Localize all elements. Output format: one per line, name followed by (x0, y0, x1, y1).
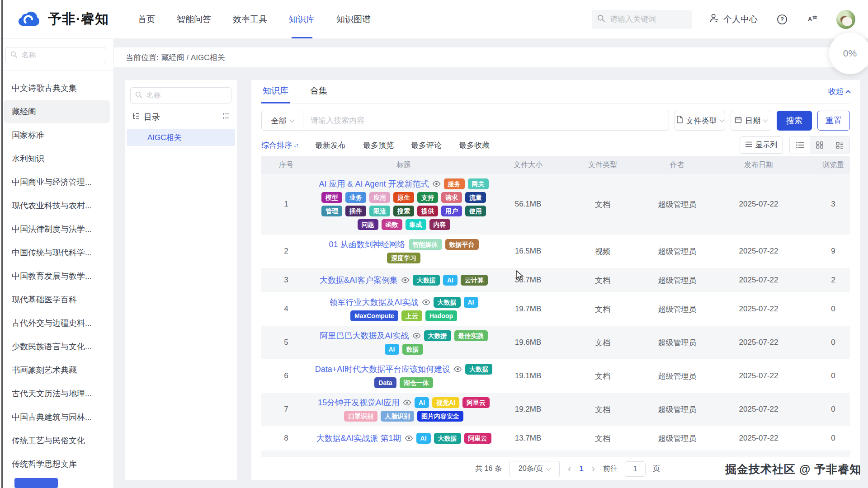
sidebar-item[interactable]: 水利知识 (4, 147, 110, 170)
sidebar-item[interactable]: 传统哲学思想文库 (4, 452, 110, 476)
search-button[interactable]: 搜索 (777, 111, 812, 131)
tag: 阿里云 (464, 433, 491, 444)
watermark: 掘金技术社区 @ 予非睿知 (725, 462, 861, 477)
scope-select[interactable]: 全部 (262, 111, 303, 130)
sidebar-search-input[interactable] (21, 51, 101, 60)
global-search[interactable] (592, 10, 692, 29)
tag: 大数据 (465, 364, 492, 375)
tag: 视觉AI (432, 397, 459, 408)
sidebar-item[interactable]: 中国商业与经济管理... (4, 170, 110, 194)
row-title-cell: 阿里巴巴大数据及AI实战大数据最佳实践AI数据 (311, 326, 496, 359)
tag: 业务 (345, 192, 366, 203)
avatar[interactable] (836, 10, 855, 29)
reset-button[interactable]: 重置 (817, 111, 850, 131)
directory-search-input[interactable] (146, 91, 226, 100)
sort-option[interactable]: 综合排序↓↑ (261, 140, 298, 150)
tab-collections[interactable]: 合集 (309, 85, 329, 103)
table-row: 6Data+AI时代大数据平台应该如何建设大数据Data湖仓一体19.1MB文档… (261, 359, 850, 393)
progress-ball[interactable]: 0% (829, 33, 868, 74)
goto-page-input[interactable] (625, 461, 646, 477)
top-navbar: 予非·睿知 首页智能问答效率工具知识库知识图谱 个人中心 ? A (0, 0, 868, 39)
tag: 请求 (441, 192, 462, 203)
document-link[interactable]: 大数据&AI实战派 第1期 (316, 433, 401, 444)
breadcrumb: 当前位置: 藏经阁 / AIGC相关 (114, 47, 868, 67)
current-page[interactable]: 1 (579, 465, 583, 474)
document-link[interactable]: 领军行业大数据及AI实战 (329, 297, 418, 308)
sort-option[interactable]: 最多评论 (411, 140, 442, 150)
table-row: 1AI 应用 & AI Agent 开发新范式服务网关模型业务应用原生支持请求流… (261, 174, 850, 235)
sidebar-item[interactable]: 中国教育发展与教学... (4, 264, 110, 288)
display-columns-button[interactable]: 显示列 (740, 136, 783, 154)
sidebar-item[interactable]: 中国传统与现代科学... (4, 241, 110, 264)
tag: AI (443, 275, 458, 286)
tag: 用户 (441, 206, 462, 216)
document-link[interactable]: AI 应用 & AI Agent 开发新范式 (319, 178, 429, 189)
file-type-select[interactable]: 文件类型 (675, 111, 725, 131)
chevron-up-icon (845, 90, 850, 95)
help-icon[interactable]: ? (777, 14, 788, 25)
collapse-all-icon[interactable] (222, 112, 230, 122)
row-seq: 4 (261, 305, 311, 314)
sidebar-item[interactable]: 国家标准 (4, 123, 110, 147)
nav-item-smart-qa[interactable]: 智能问答 (166, 0, 222, 38)
grid-view-button[interactable] (810, 136, 830, 154)
row-title-cell: 01 从函数到神经网络智能媒体数据平台深度学习 (311, 235, 496, 268)
directory-search[interactable] (130, 87, 231, 103)
sidebar-item[interactable]: 藏经阁 (4, 100, 110, 123)
row-title-cell: 从零开始玩转AIGCAI阿里云大模型 (311, 453, 496, 457)
sidebar-item[interactable]: 现代农业科技与农村... (4, 194, 110, 217)
tag: 内容 (429, 219, 450, 230)
tag: 深度学习 (387, 253, 420, 263)
user-center-link[interactable]: 个人中心 (709, 13, 758, 25)
tag: 图片内容安全 (417, 411, 463, 422)
content-search-input[interactable] (310, 116, 662, 126)
sidebar-item[interactable]: 少数民族语言与文化... (4, 335, 110, 358)
content-search[interactable] (303, 111, 669, 130)
sidebar-item[interactable]: 中国法律制度与法学... (4, 217, 110, 241)
list-view-button[interactable] (790, 136, 810, 154)
sidebar-item[interactable]: 书画篆刻艺术典藏 (4, 358, 110, 382)
collapse-filters-link[interactable]: 收起 (828, 86, 850, 103)
sort-option[interactable]: 最多预览 (363, 140, 394, 150)
tag: 模型 (321, 192, 342, 203)
nav-item-home[interactable]: 首页 (127, 0, 166, 38)
document-link[interactable]: 阿里巴巴大数据及AI实战 (320, 330, 409, 341)
tag: 阿里云 (462, 397, 490, 408)
tag: AI (464, 297, 478, 308)
row-views: 0 (808, 371, 850, 380)
sort-option[interactable]: 最多收藏 (459, 140, 490, 150)
sort-option[interactable]: 最新发布 (315, 140, 346, 150)
calendar-icon (735, 116, 742, 126)
page-size-select[interactable]: 20条/页 (509, 461, 560, 477)
tag: MaxCompute (350, 310, 398, 321)
row-title-cell: 领军行业大数据及AI实战大数据AIMaxCompute上云Hadoop (311, 292, 496, 326)
tag: 函数 (382, 219, 402, 230)
tab-knowledge-base[interactable]: 知识库 (261, 85, 290, 103)
sidebar-item[interactable]: 古代天文历法与地理... (4, 382, 110, 405)
card-view-button[interactable] (830, 136, 849, 154)
document-link[interactable]: Data+AI时代大数据平台应该如何建设 (315, 364, 451, 375)
sidebar-item[interactable]: 传统工艺与民俗文化 (4, 429, 110, 452)
date-select[interactable]: 日期 (731, 111, 771, 131)
language-switch-icon[interactable]: A (807, 14, 818, 25)
document-link[interactable]: 大数据&AI客户案例集 (320, 275, 398, 286)
directory-header: 目录 (132, 112, 230, 122)
next-page-button[interactable]: › (591, 464, 596, 474)
document-link[interactable]: 01 从函数到神经网络 (329, 239, 405, 250)
sidebar-item[interactable]: 中国古典建筑与园林... (4, 405, 110, 429)
sidebar-search[interactable] (5, 47, 106, 63)
sidebar-item[interactable]: 现代基础医学百科 (4, 288, 110, 311)
document-link[interactable]: 15分钟开发视觉AI应用 (318, 397, 400, 408)
nav-item-knowledge-base[interactable]: 知识库 (278, 0, 326, 38)
nav-item-knowledge-graph[interactable]: 知识图谱 (326, 0, 382, 38)
brand-logo: 予非·睿知 (16, 9, 109, 30)
tag: 管理 (321, 206, 342, 216)
nav-item-efficiency-tools[interactable]: 效率工具 (222, 0, 278, 38)
sidebar-item[interactable]: 中文诗歌古典文集 (4, 76, 110, 100)
row-file-size: 19.7MB (496, 305, 560, 314)
row-seq: 3 (261, 276, 311, 285)
tree-item[interactable]: AIGC相关 (127, 129, 235, 146)
global-search-input[interactable] (609, 14, 687, 24)
prev-page-button[interactable]: ‹ (567, 464, 572, 474)
sidebar-item[interactable]: 古代外交与边疆史料... (4, 311, 110, 335)
